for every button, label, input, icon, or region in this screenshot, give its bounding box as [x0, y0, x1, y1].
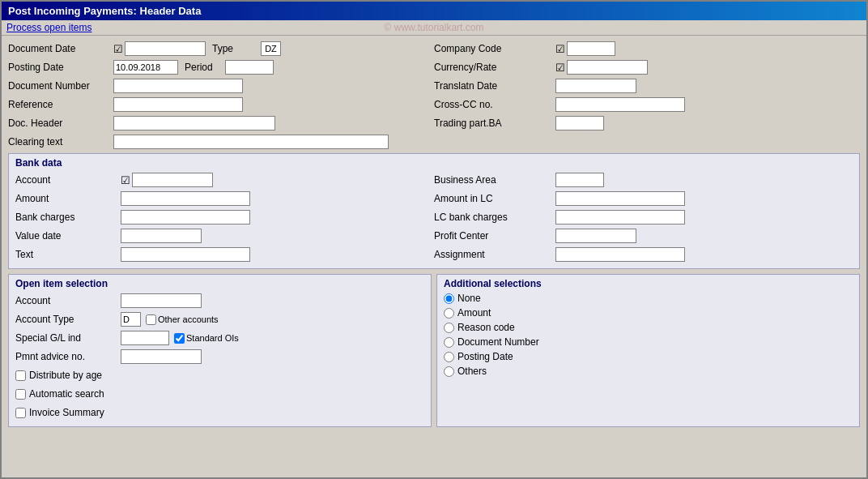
period-input[interactable] [225, 60, 274, 75]
oi-account-type-input[interactable] [121, 312, 141, 327]
doc-header-group: Doc. Header [8, 116, 434, 130]
document-date-input[interactable] [125, 41, 206, 56]
bank-account-checkbox[interactable]: ☑ [121, 174, 130, 186]
radio-posting-date-label: Posting Date [457, 351, 513, 362]
title-bar: Post Incoming Payments: Header Data [2, 2, 866, 20]
translatn-date-label: Translatn Date [434, 80, 555, 92]
cross-cc-group: Cross-CC no. [434, 97, 860, 112]
oi-account-row: Account [15, 293, 424, 309]
oi-invoice-row: Invoice Summary [15, 404, 424, 421]
radio-others[interactable] [444, 366, 454, 377]
oi-account-input[interactable] [121, 293, 202, 308]
amount-in-lc-label: Amount in LC [434, 193, 555, 204]
distribute-by-age-checkbox[interactable] [15, 370, 26, 381]
radio-amount-row: Amount [444, 307, 853, 319]
text-row: Text Assignment [15, 246, 853, 263]
oi-pmnt-row: Pmnt advice no. [15, 349, 424, 365]
radio-document-number-label: Document Number [457, 336, 539, 348]
standard-ois-checkbox[interactable] [174, 333, 185, 344]
standard-ois-label: Standard OIs [186, 333, 239, 343]
currency-rate-checkbox[interactable]: ☑ [555, 62, 565, 74]
document-date-checkbox[interactable]: ☑ [113, 43, 123, 55]
header-row-5: Doc. Header Trading part.BA [8, 115, 860, 131]
clearing-text-label: Clearing text [8, 136, 113, 148]
bank-account-input[interactable] [132, 173, 213, 187]
business-area-input[interactable] [555, 173, 604, 187]
header-row-2: Posting Date Period Currency/Rate ☑ [8, 59, 860, 75]
radio-reason-code-row: Reason code [444, 322, 853, 333]
reference-input[interactable] [113, 97, 243, 112]
oi-pmnt-input[interactable] [121, 349, 202, 364]
watermark: © www.tutorialkart.com [385, 22, 484, 33]
business-area-label: Business Area [434, 174, 555, 186]
text-input[interactable] [121, 247, 250, 262]
posting-date-label: Posting Date [8, 62, 113, 73]
bank-charges-row: Bank charges LC bank charges [15, 209, 853, 225]
radio-document-number[interactable] [444, 337, 454, 348]
distribute-by-age-label: Distribute by age [29, 370, 102, 381]
radio-amount[interactable] [444, 308, 454, 319]
currency-rate-input[interactable] [567, 60, 648, 75]
document-number-input[interactable] [113, 79, 243, 93]
radio-none-label: None [457, 293, 481, 304]
main-content: Document Date ☑ Type Company Code ☑ Post… [2, 36, 866, 432]
window-title: Post Incoming Payments: Header Data [8, 5, 201, 17]
main-window: Post Incoming Payments: Header Data Proc… [0, 0, 868, 479]
radio-none[interactable] [444, 293, 454, 304]
oi-special-gl-input[interactable] [121, 331, 169, 345]
bank-data-title: Bank data [15, 157, 853, 169]
radio-posting-date[interactable] [444, 352, 454, 362]
posting-date-input[interactable] [113, 60, 178, 75]
oi-account-type-label: Account Type [15, 314, 121, 325]
oi-account-label: Account [15, 295, 121, 306]
process-link[interactable]: Process open items [6, 22, 91, 33]
doc-header-input[interactable] [113, 116, 275, 130]
profit-center-group: Profit Center [434, 229, 853, 243]
amount-in-lc-input[interactable] [555, 191, 685, 206]
cross-cc-input[interactable] [555, 97, 685, 112]
radio-amount-label: Amount [457, 307, 491, 319]
radio-document-number-row: Document Number [444, 336, 853, 348]
cross-cc-label: Cross-CC no. [434, 99, 555, 110]
trading-part-group: Trading part.BA [434, 116, 860, 130]
assignment-label: Assignment [434, 249, 555, 260]
invoice-summary-checkbox[interactable] [15, 408, 26, 418]
radio-none-row: None [444, 293, 853, 304]
type-input[interactable] [261, 41, 281, 56]
oi-distribute-row: Distribute by age [15, 367, 424, 383]
translatn-date-input[interactable] [555, 79, 636, 93]
open-item-title: Open item selection [15, 278, 424, 289]
bank-charges-label: Bank charges [15, 212, 121, 223]
text-group: Text [15, 247, 434, 262]
additional-selections-panel: Additional selections None Amount Reason… [436, 274, 860, 427]
oi-automatic-row: Automatic search [15, 386, 424, 402]
reference-group: Reference [8, 97, 434, 112]
open-item-selection-panel: Open item selection Account Account Type… [8, 274, 432, 427]
other-accounts-checkbox[interactable] [146, 314, 156, 325]
period-label: Period [185, 62, 225, 73]
radio-reason-code[interactable] [444, 323, 454, 333]
additional-selections-title: Additional selections [444, 278, 853, 289]
type-label: Type [212, 43, 261, 54]
clearing-text-input[interactable] [113, 135, 389, 149]
header-fields: Document Date ☑ Type Company Code ☑ Post… [8, 41, 860, 150]
amount-input[interactable] [121, 191, 250, 206]
currency-rate-group: Currency/Rate ☑ [434, 60, 860, 75]
clearing-text-row: Clearing text [8, 134, 860, 150]
radio-reason-code-label: Reason code [457, 322, 515, 333]
document-date-label: Document Date [8, 43, 113, 54]
assignment-input[interactable] [555, 247, 685, 262]
bank-charges-input[interactable] [121, 210, 250, 225]
automatic-search-checkbox[interactable] [15, 389, 26, 400]
bottom-section: Open item selection Account Account Type… [8, 274, 860, 427]
oi-special-gl-label: Special G/L ind [15, 332, 121, 344]
amount-group: Amount [15, 191, 434, 206]
profit-center-input[interactable] [555, 229, 636, 243]
trading-part-input[interactable] [555, 116, 604, 130]
lc-bank-charges-input[interactable] [555, 210, 685, 225]
company-code-checkbox[interactable]: ☑ [555, 43, 565, 55]
company-code-input[interactable] [567, 41, 615, 56]
value-date-input[interactable] [121, 229, 202, 243]
amount-in-lc-group: Amount in LC [434, 191, 853, 206]
radio-others-label: Others [457, 366, 487, 377]
